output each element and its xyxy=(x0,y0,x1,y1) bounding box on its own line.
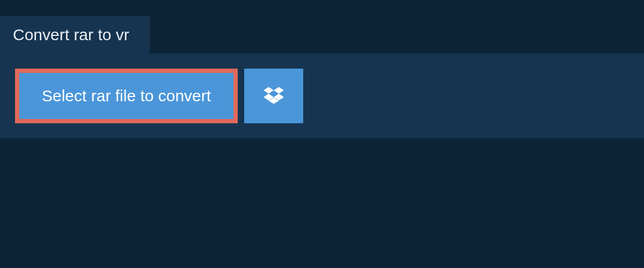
select-file-button-label: Select rar file to convert xyxy=(42,87,211,105)
page-title-tab: Convert rar to vr xyxy=(0,16,150,54)
dropbox-icon xyxy=(264,85,284,107)
dropbox-button[interactable] xyxy=(244,69,303,123)
select-file-button[interactable]: Select rar file to convert xyxy=(15,69,238,123)
page-title: Convert rar to vr xyxy=(13,26,129,43)
upload-panel: Select rar file to convert xyxy=(0,54,644,138)
